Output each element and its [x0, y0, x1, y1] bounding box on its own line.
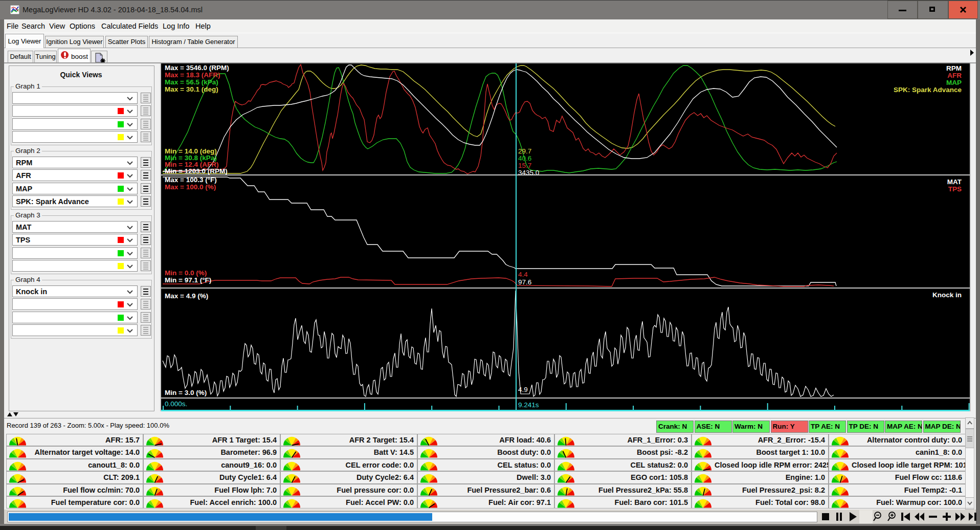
- svg-text:Max = 4.9 (%): Max = 4.9 (%): [165, 292, 208, 300]
- svg-text:3435.0: 3435.0: [518, 169, 539, 176]
- svg-text:RPM: RPM: [946, 64, 962, 72]
- svg-text:Max = 100.0 (%): Max = 100.0 (%): [165, 183, 216, 191]
- svg-text:Max = 56.5 (kPa): Max = 56.5 (kPa): [165, 78, 218, 86]
- svg-text:MAT: MAT: [947, 178, 962, 186]
- svg-text:MAP: MAP: [946, 79, 962, 86]
- svg-text:Min = 1203.0 (RPM): Min = 1203.0 (RPM): [165, 167, 228, 175]
- svg-text:97.6: 97.6: [518, 278, 531, 286]
- svg-text:SPK: Spark Advance: SPK: Spark Advance: [894, 86, 962, 94]
- svg-text:Max = 18.3 (AFR): Max = 18.3 (AFR): [165, 71, 220, 79]
- svg-text:29.7: 29.7: [518, 147, 531, 155]
- svg-text:AFR: AFR: [947, 72, 962, 79]
- svg-text:9.241s: 9.241s: [518, 401, 539, 409]
- svg-text:4.9: 4.9: [518, 386, 528, 393]
- svg-text:Min = 97.1 (°F): Min = 97.1 (°F): [165, 276, 211, 284]
- svg-text:Max = 30.1 (deg): Max = 30.1 (deg): [165, 85, 218, 93]
- svg-text:TPS: TPS: [948, 185, 962, 193]
- svg-text:Max = 3546.0 (RPM): Max = 3546.0 (RPM): [165, 64, 229, 72]
- svg-text:Min = 0.0 (%): Min = 0.0 (%): [165, 269, 207, 277]
- svg-text:40.6: 40.6: [518, 154, 531, 162]
- svg-text:Min = 3.0 (%): Min = 3.0 (%): [165, 389, 207, 396]
- svg-text:4.4: 4.4: [518, 271, 528, 278]
- svg-text:Knock in: Knock in: [932, 291, 962, 299]
- svg-text:0.000s.: 0.000s.: [165, 400, 187, 408]
- svg-text:Max = 100.3 (°F): Max = 100.3 (°F): [165, 176, 217, 184]
- svg-text:15.7: 15.7: [518, 162, 531, 169]
